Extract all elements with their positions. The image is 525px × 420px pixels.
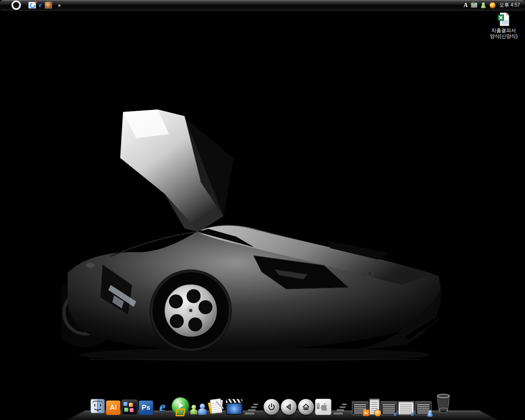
textedit-icon[interactable] xyxy=(208,399,225,415)
photoshop-icon[interactable]: Ps xyxy=(139,400,153,415)
stack-item-pink xyxy=(130,408,134,412)
back-button[interactable] xyxy=(281,399,297,415)
menubar: e » A 오후 4:57 xyxy=(0,0,525,11)
safely-remove-hardware-icon[interactable] xyxy=(471,2,477,8)
mail-icon[interactable] xyxy=(28,2,36,9)
desktop-icon-label: 지출결의서 양식(신양식) xyxy=(484,27,523,39)
trash-icon[interactable] xyxy=(435,394,452,415)
dock-separator-left xyxy=(244,400,262,415)
dock: Ai Ps e xyxy=(90,394,452,415)
desktop-icon-excel-document[interactable]: 지출결의서 양식(신양식) xyxy=(484,12,523,39)
finder-icon[interactable] xyxy=(90,399,105,415)
messenger-status-icon[interactable] xyxy=(481,2,486,8)
stack-item-green xyxy=(124,408,128,412)
excel-file-icon xyxy=(498,12,510,26)
home-button[interactable] xyxy=(298,399,314,415)
stack-item-blue xyxy=(123,402,128,406)
illustrator-badge-icon: Ai xyxy=(363,409,370,416)
internet-explorer-dock-icon[interactable]: e xyxy=(154,399,171,415)
messenger-icon[interactable] xyxy=(190,399,207,415)
minimized-window-illustrator[interactable]: Ai xyxy=(352,401,368,415)
movies-icon[interactable] xyxy=(226,399,243,415)
dock-separator-right xyxy=(332,400,351,415)
illustrator-icon[interactable]: Ai xyxy=(106,400,121,415)
start-ring-icon[interactable] xyxy=(11,0,21,10)
system-tray: A 오후 4:57 xyxy=(463,0,525,10)
internet-explorer-icon[interactable]: e xyxy=(39,2,42,8)
desktop-screen: e » A 오후 4:57 지출결의서 양식(신양식) xyxy=(0,0,525,420)
minimized-window-messenger[interactable] xyxy=(369,399,380,415)
stack-item-orange xyxy=(129,403,133,407)
stack-icon[interactable] xyxy=(121,399,138,415)
apple-button[interactable] xyxy=(315,399,331,415)
media-player-icon[interactable] xyxy=(171,397,189,415)
power-button[interactable] xyxy=(263,399,280,415)
minimized-window-chat[interactable] xyxy=(415,401,431,415)
ime-indicator[interactable]: A xyxy=(463,0,468,10)
messenger-blue-figure xyxy=(198,404,207,415)
minimized-window-browser-1[interactable]: e xyxy=(381,401,397,415)
messenger-green-figure xyxy=(190,405,197,415)
apple-logo-icon xyxy=(318,402,328,412)
picture-viewer-icon[interactable] xyxy=(45,2,52,9)
quick-launch-overflow-chevron[interactable]: » xyxy=(58,2,60,8)
minimized-window-browser-2[interactable]: e xyxy=(398,401,414,415)
person-badge-icon xyxy=(427,410,433,417)
tray-clock[interactable]: 오후 4:57 xyxy=(499,2,520,9)
notifier-icon[interactable] xyxy=(489,2,496,9)
wallpaper-car-image xyxy=(62,109,447,367)
